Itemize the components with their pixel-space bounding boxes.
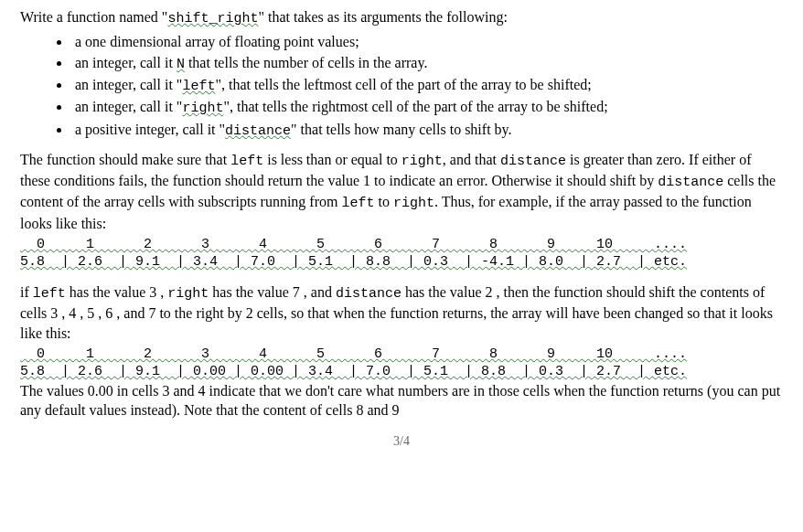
code-right: right (402, 154, 443, 169)
intro-post: " that takes as its arguments the follow… (258, 9, 507, 25)
text: , and that (443, 152, 500, 167)
array1-values: 5.8 | 2.6 | 9.1 | 3.4 | 7.0 | 5.1 | 8.8 … (20, 254, 783, 271)
code-left: left (182, 79, 215, 94)
code-distance: distance (500, 154, 566, 169)
bullet-text: a one dimensional array of floating poin… (75, 34, 359, 49)
bullet-post: ", that tells the leftmost cell of the p… (215, 77, 591, 92)
page-number: 3/4 (20, 433, 783, 451)
bullet-post: ", that tells the rightmost cell of the … (223, 99, 607, 114)
text: has the value 3 , (66, 284, 168, 300)
list-item: a positive integer, call it "distance" t… (71, 120, 783, 141)
intro-paragraph: Write a function named "shift_right" tha… (20, 7, 783, 28)
array2-values: 5.8 | 2.6 | 9.1 | 0.00 | 0.00 | 3.4 | 7.… (20, 364, 783, 381)
text: if (20, 284, 33, 300)
code-right: right (393, 196, 434, 211)
text: to (374, 194, 392, 209)
arguments-list: a one dimensional array of floating poin… (20, 32, 783, 141)
bullet-pre: an integer, call it (75, 55, 177, 70)
text: has the value 7 , and (209, 284, 336, 300)
description-paragraph-3: The values 0.00 in cells 3 and 4 indicat… (20, 381, 783, 420)
bullet-post: " that tells how many cells to shift by. (291, 122, 511, 137)
bullet-pre: an integer, call it " (75, 99, 182, 114)
code-right: right (182, 101, 223, 116)
list-item: an integer, call it "right", that tells … (71, 97, 783, 118)
code-n: N (177, 57, 185, 72)
code-distance: distance (225, 123, 291, 139)
bullet-pre: a positive integer, call it " (75, 122, 225, 137)
code-distance: distance (336, 286, 402, 302)
code-left: left (33, 286, 66, 302)
intro-pre: Write a function named " (20, 9, 167, 25)
list-item: a one dimensional array of floating poin… (71, 32, 783, 52)
bullet-post: that tells the number of cells in the ar… (185, 55, 428, 70)
code-right: right (167, 286, 209, 302)
description-paragraph-2: if left has the value 3 , right has the … (20, 282, 783, 343)
list-item: an integer, call it N that tells the num… (71, 53, 783, 74)
list-item: an integer, call it "left", that tells t… (71, 75, 783, 96)
description-paragraph-1: The function should make sure that left … (20, 150, 783, 233)
function-name: shift_right (167, 11, 258, 27)
text: is less than or equal to (263, 152, 402, 167)
array2-indices: 0 1 2 3 4 5 6 7 8 9 10 .... (20, 346, 783, 364)
code-left: left (230, 154, 263, 169)
code-distance: distance (658, 175, 723, 190)
bullet-pre: an integer, call it " (75, 77, 182, 92)
text: The function should make sure that (20, 152, 230, 167)
array1-indices: 0 1 2 3 4 5 6 7 8 9 10 .... (20, 237, 783, 254)
code-left: left (341, 196, 374, 211)
